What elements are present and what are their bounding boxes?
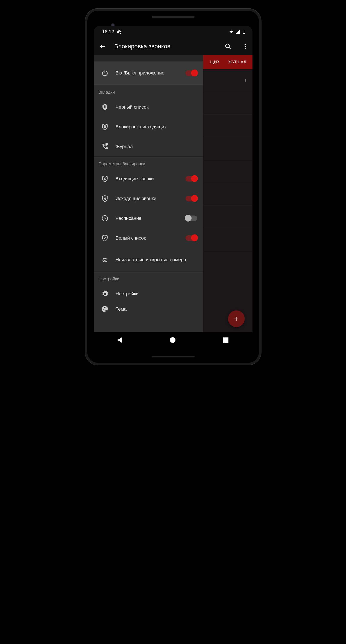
wifi-icon — [229, 30, 234, 34]
app-bar: Блокировка звонков — [94, 38, 253, 55]
svg-rect-10 — [104, 126, 105, 128]
svg-point-14 — [103, 309, 104, 310]
drawer-item-incoming[interactable]: Входящие звонки — [94, 169, 203, 189]
phone-frame: 18:12 Блокировка звонков — [85, 8, 261, 365]
content-area: ЩИХ ЖУРНАЛ — [94, 55, 253, 332]
drawer-header-image — [94, 55, 203, 62]
svg-point-16 — [105, 308, 106, 308]
phone-speaker-bottom — [152, 356, 195, 358]
clock-icon — [101, 215, 108, 222]
drawer-app-toggle[interactable]: Вкл/Выкл приложение — [94, 62, 203, 85]
nav-recent-button[interactable] — [223, 338, 228, 342]
shield-lock-outline-icon — [101, 123, 108, 130]
drawer-item-settings[interactable]: Настройки — [94, 284, 203, 304]
power-icon — [101, 70, 108, 77]
svg-point-5 — [245, 79, 246, 80]
drawer-label: Черный список — [111, 104, 203, 110]
plus-icon — [233, 315, 240, 322]
system-navbar — [94, 332, 253, 348]
drawer-item-theme[interactable]: Тема — [94, 304, 203, 314]
triangle-back-icon — [118, 337, 122, 343]
shield-check-icon — [101, 234, 108, 242]
svg-point-13 — [105, 260, 107, 262]
signal-icon — [235, 30, 240, 34]
gear-icon — [101, 290, 108, 298]
svg-point-4 — [245, 48, 246, 49]
screen: 18:12 Блокировка звонков — [94, 26, 253, 348]
drawer-label: Входящие звонки — [111, 176, 186, 182]
battery-charging-icon — [242, 30, 247, 34]
whitelist-switch[interactable] — [186, 235, 197, 241]
drawer-label: Расписание — [111, 215, 186, 222]
tab-partial[interactable]: ЩИХ — [210, 60, 220, 64]
back-button[interactable] — [97, 41, 108, 52]
status-bar: 18:12 — [94, 26, 253, 38]
drawer-item-schedule[interactable]: Расписание — [94, 208, 203, 228]
square-recent-icon — [223, 338, 228, 342]
shield-lock-icon — [101, 104, 108, 111]
nav-drawer: Вкл/Выкл приложение Вкладки Черный списо… — [94, 55, 203, 332]
drawer-item-whitelist[interactable]: Белый список — [94, 228, 203, 248]
search-button[interactable] — [222, 41, 234, 52]
svg-point-12 — [103, 260, 105, 262]
drawer-item-unknown[interactable]: Неизвестные и скрытые номера — [94, 248, 203, 272]
more-vert-icon[interactable] — [244, 78, 247, 82]
incoming-switch[interactable] — [186, 176, 197, 182]
drawer-label: Исходящие звонки — [111, 196, 186, 202]
add-fab[interactable] — [228, 310, 245, 327]
search-icon — [225, 43, 231, 50]
app-toggle-switch[interactable] — [186, 70, 197, 76]
drawer-label: Неизвестные и скрытые номера — [111, 257, 203, 263]
more-vert-icon — [242, 43, 248, 50]
shield-outgoing-icon — [101, 195, 108, 202]
drawer-item-outgoing-block[interactable]: Блокировка исходящих — [94, 117, 203, 137]
svg-point-3 — [245, 46, 246, 47]
drawer-label: Белый список — [111, 235, 186, 241]
incognito-icon — [101, 256, 108, 264]
more-button[interactable] — [240, 41, 251, 52]
outgoing-switch[interactable] — [186, 196, 197, 201]
drawer-label: Тема — [111, 306, 203, 312]
svg-point-15 — [104, 307, 105, 308]
phone-speaker — [152, 16, 195, 18]
tab-log[interactable]: ЖУРНАЛ — [228, 60, 247, 64]
drawer-label: Блокировка исходящих — [111, 124, 203, 130]
nav-home-button[interactable] — [170, 337, 175, 343]
power-button — [260, 114, 261, 133]
arrow-left-icon — [99, 43, 106, 50]
svg-point-7 — [245, 81, 246, 82]
phone-log-icon — [101, 143, 108, 150]
app-title: Блокировка звонков — [114, 43, 216, 50]
shield-incoming-icon — [101, 175, 108, 182]
drawer-item-blacklist[interactable]: Черный список — [94, 97, 203, 117]
schedule-switch[interactable] — [186, 216, 197, 221]
drawer-section-settings: Настройки — [94, 272, 203, 284]
drawer-label: Журнал — [111, 144, 203, 150]
svg-point-1 — [225, 44, 229, 48]
drawer-item-log[interactable]: Журнал — [94, 137, 203, 156]
drawer-section-tabs: Вкладки — [94, 85, 203, 97]
volume-button — [260, 148, 261, 191]
circle-home-icon — [170, 337, 175, 343]
drawer-label: Настройки — [111, 291, 203, 297]
svg-point-2 — [245, 44, 246, 45]
drawer-item-outgoing[interactable]: Исходящие звонки — [94, 189, 203, 208]
drawer-app-toggle-label: Вкл/Выкл приложение — [111, 70, 186, 76]
nav-back-button[interactable] — [118, 337, 122, 343]
svg-point-6 — [245, 80, 246, 81]
palette-icon — [101, 306, 108, 313]
status-time: 18:12 — [102, 29, 114, 34]
drawer-section-block-params: Параметры блокировки — [94, 157, 203, 169]
phone-muted-icon — [117, 30, 122, 34]
